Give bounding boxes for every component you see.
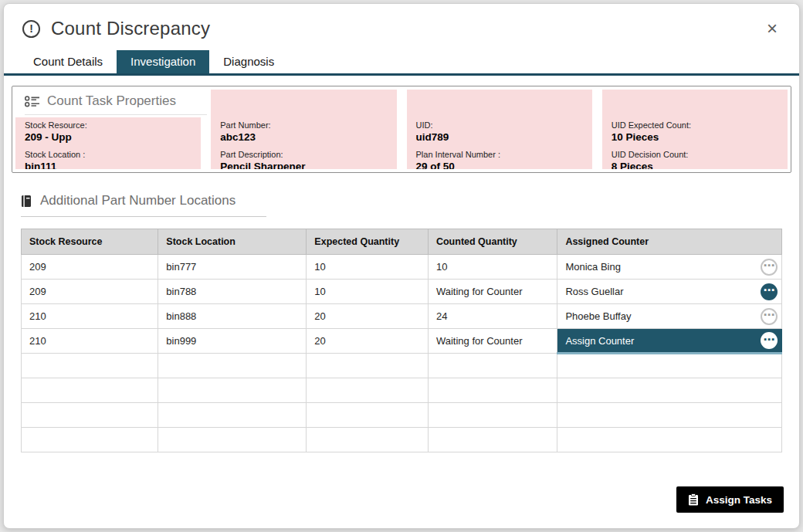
- table-row: 209bin7771010Monica Bing⋯: [22, 255, 782, 280]
- property-label: Plan Interval Number :: [416, 150, 583, 159]
- counter-name: Ross Guellar: [565, 286, 623, 297]
- assigned-counter-cell[interactable]: Assign Counter⋯: [557, 329, 782, 354]
- assign-tasks-label: Assign Tasks: [706, 494, 772, 506]
- ellipsis-menu-icon[interactable]: ⋯: [761, 259, 778, 276]
- property-field: UID:uid789: [416, 120, 583, 143]
- counter-wrap: Ross Guellar⋯: [565, 283, 778, 300]
- table-cell: 20: [307, 329, 429, 354]
- empty-table-row: [22, 403, 782, 428]
- assigned-counter-cell: Monica Bing⋯: [557, 255, 782, 280]
- assign-tasks-button[interactable]: Assign Tasks: [676, 486, 784, 513]
- clipboard-icon: [688, 493, 699, 506]
- table-cell: Waiting for Counter: [428, 329, 557, 354]
- property-value: 8 Pieces: [612, 161, 778, 169]
- counter-name: Monica Bing: [565, 261, 621, 273]
- person-list-icon: [25, 96, 40, 107]
- close-icon[interactable]: ×: [764, 18, 781, 39]
- property-label: UID:: [416, 120, 583, 130]
- property-field: Part Number:abc123: [220, 120, 387, 143]
- additional-locations-title: Additional Part Number Locations: [40, 193, 235, 208]
- table-cell: 209: [22, 280, 158, 304]
- property-field: Part Description:Pencil Sharpener: [220, 150, 387, 169]
- empty-cell: [557, 354, 782, 378]
- counter-wrap: Assign Counter⋯: [565, 332, 778, 349]
- empty-cell: [307, 428, 429, 452]
- table-cell: bin777: [158, 255, 307, 280]
- count-discrepancy-dialog: ! Count Discrepancy × Count DetailsInves…: [3, 3, 800, 529]
- property-value: abc123: [220, 131, 387, 143]
- dialog-header: ! Count Discrepancy ×: [4, 4, 799, 47]
- count-task-properties-panel: Count Task Properties Stock Resource:209…: [12, 86, 791, 173]
- counter-wrap: Phoebe Buffay⋯: [565, 308, 778, 325]
- empty-cell: [158, 354, 307, 378]
- table-row: 210bin8882024Phoebe Buffay⋯: [22, 304, 782, 329]
- table-header-row: Stock ResourceStock LocationExpected Qua…: [22, 229, 782, 255]
- property-value: Pencil Sharpener: [220, 161, 387, 169]
- additional-locations-title-wrap: Additional Part Number Locations: [21, 193, 266, 217]
- table-cell: 210: [22, 304, 158, 329]
- column-header: Stock Location: [158, 229, 307, 255]
- empty-cell: [22, 354, 158, 378]
- empty-cell: [557, 428, 782, 452]
- table-cell: Waiting for Counter: [428, 280, 557, 304]
- empty-cell: [158, 403, 307, 428]
- empty-cell: [307, 354, 429, 378]
- ellipsis-menu-icon[interactable]: ⋯: [761, 308, 778, 325]
- ctp-column-3: UID:uid789Plan Interval Number :29 of 50: [407, 90, 592, 169]
- property-field: UID Expected Count:10 Pieces: [612, 120, 778, 143]
- property-label: UID Expected Count:: [612, 120, 778, 130]
- additional-locations-header: Additional Part Number Locations: [21, 193, 799, 217]
- table-body: 209bin7771010Monica Bing⋯209bin78810Wait…: [22, 255, 782, 452]
- empty-cell: [158, 378, 307, 403]
- empty-cell: [158, 428, 307, 452]
- counter-name: Assign Counter: [565, 335, 634, 347]
- empty-cell: [557, 403, 782, 428]
- table-cell: 10: [428, 255, 557, 280]
- empty-cell: [428, 428, 557, 452]
- column-header: Assigned Counter: [557, 229, 782, 255]
- property-field: Plan Interval Number :29 of 50: [416, 150, 583, 169]
- tab-count-details[interactable]: Count Details: [19, 50, 117, 73]
- empty-cell: [22, 428, 158, 452]
- ellipsis-menu-icon[interactable]: ⋯: [761, 332, 778, 349]
- property-value: bin111: [25, 161, 191, 169]
- table-row: 210bin99920Waiting for CounterAssign Cou…: [22, 329, 782, 354]
- column-header: Counted Quantity: [428, 229, 557, 255]
- additional-locations-table: Stock ResourceStock LocationExpected Qua…: [21, 229, 782, 452]
- property-field: UID Decision Count:8 Pieces: [612, 150, 778, 169]
- empty-cell: [428, 354, 557, 378]
- assigned-counter-cell: Phoebe Buffay⋯: [557, 304, 782, 329]
- notebook-icon: [21, 195, 32, 208]
- empty-cell: [22, 378, 158, 403]
- table-cell: bin888: [158, 304, 307, 329]
- table-cell: 210: [22, 329, 158, 354]
- empty-cell: [428, 403, 557, 428]
- alert-icon: !: [22, 20, 40, 38]
- empty-table-row: [22, 354, 782, 378]
- empty-table-row: [22, 428, 782, 452]
- empty-cell: [307, 403, 429, 428]
- property-value: 29 of 50: [416, 161, 583, 169]
- property-label: Stock Resource:: [25, 120, 191, 130]
- table-cell: bin788: [158, 280, 307, 304]
- table-cell: 10: [307, 255, 429, 280]
- empty-cell: [307, 378, 429, 403]
- property-label: Part Description:: [220, 150, 387, 159]
- dialog-title: Count Discrepancy: [51, 18, 210, 39]
- tab-diagnosis[interactable]: Diagnosis: [209, 50, 288, 73]
- table-cell: 20: [307, 304, 429, 329]
- property-value: 209 - Upp: [25, 131, 191, 143]
- table-cell: bin999: [158, 329, 307, 354]
- column-header: Stock Resource: [22, 229, 158, 255]
- ellipsis-menu-icon[interactable]: ⋯: [761, 283, 778, 300]
- counter-wrap: Monica Bing⋯: [565, 259, 778, 276]
- tab-investigation[interactable]: Investigation: [117, 50, 209, 73]
- property-value: 10 Pieces: [612, 131, 778, 143]
- property-label: Stock Location :: [25, 150, 191, 159]
- column-header: Expected Quantity: [307, 229, 429, 255]
- table-row: 209bin78810Waiting for CounterRoss Guell…: [22, 280, 782, 304]
- count-task-properties-title: Count Task Properties: [47, 93, 176, 109]
- assigned-counter-cell: Ross Guellar⋯: [557, 280, 782, 304]
- empty-cell: [557, 378, 782, 403]
- property-label: UID Decision Count:: [612, 150, 778, 159]
